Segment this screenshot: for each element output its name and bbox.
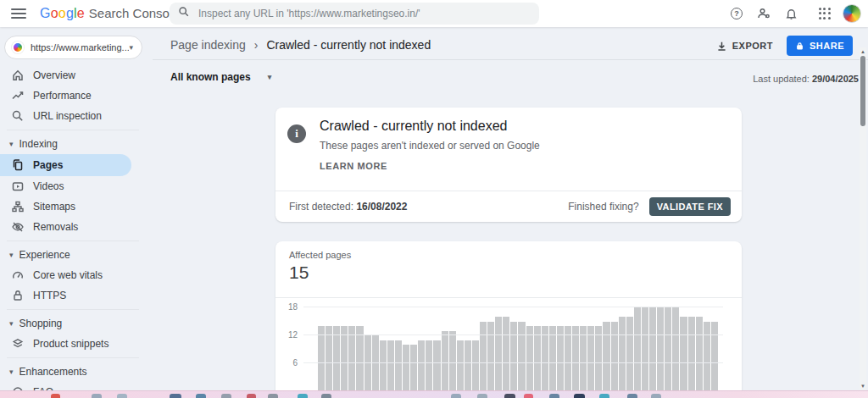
bar	[619, 317, 626, 391]
sidebar-item-https[interactable]: HTTPS	[0, 285, 153, 306]
sidebar-divider	[7, 130, 139, 130]
taskbar-icon-fragment[interactable]	[477, 394, 487, 398]
sidebar-section-shopping[interactable]: ▾ Shopping	[0, 313, 153, 334]
last-updated-date: 29/04/2025	[812, 74, 859, 84]
sidebar-section-experience[interactable]: ▾ Experience	[0, 245, 153, 265]
search-icon	[178, 6, 190, 21]
y-tick-label: 12	[275, 330, 298, 340]
taskbar-icon-fragment[interactable]	[221, 394, 231, 398]
sidebar-item-product-snippets[interactable]: Product snippets	[0, 334, 153, 354]
taskbar-icon-fragment[interactable]	[196, 394, 206, 398]
sidebar-divider	[7, 357, 139, 358]
taskbar-icon-fragment[interactable]	[117, 394, 127, 398]
issue-subtitle: These pages aren't indexed or served on …	[320, 140, 540, 152]
info-icon: i	[287, 124, 306, 143]
bar	[364, 335, 371, 391]
bar	[711, 322, 718, 392]
bar	[704, 322, 710, 392]
os-taskbar-sliver[interactable]	[0, 390, 868, 398]
notifications-bell-icon[interactable]	[783, 6, 798, 21]
property-selector[interactable]: https://www.marketing... ▾	[4, 36, 142, 59]
sidebar-section-indexing[interactable]: ▾ Indexing	[0, 134, 153, 154]
url-inspect-searchbar[interactable]	[170, 3, 539, 25]
taskbar-icon-fragment[interactable]	[247, 394, 256, 398]
scroll-up-icon[interactable]: ▲	[860, 48, 866, 55]
vertical-scrollbar[interactable]: ▲ ▼	[860, 47, 866, 390]
lock-icon	[11, 289, 25, 302]
share-button[interactable]: SHARE	[787, 36, 853, 56]
export-button[interactable]: EXPORT	[716, 41, 773, 52]
user-settings-icon[interactable]	[756, 6, 771, 21]
bar	[657, 307, 664, 391]
bar	[534, 326, 541, 391]
taskbar-icon-fragment[interactable]	[599, 394, 609, 398]
url-inspect-input[interactable]	[198, 8, 531, 19]
sidebar-section-enhancements[interactable]: ▾ Enhancements	[0, 362, 153, 382]
taskbar-icon-fragment[interactable]	[268, 394, 278, 398]
taskbar-icon-fragment[interactable]	[524, 394, 533, 398]
caret-down-icon: ▾	[268, 73, 272, 81]
bar	[634, 307, 641, 391]
header-actions: EXPORT SHARE	[716, 36, 853, 56]
bar	[557, 326, 564, 391]
sidebar-item-videos[interactable]: Videos	[0, 176, 153, 196]
breadcrumb-page-indexing[interactable]: Page indexing	[170, 38, 246, 52]
caret-down-icon: ▾	[9, 140, 14, 148]
sidebar-item-pages[interactable]: Pages	[0, 154, 131, 176]
taskbar-icon-fragment[interactable]	[549, 394, 559, 398]
bar	[626, 317, 633, 391]
hamburger-menu-icon[interactable]	[11, 8, 26, 19]
bar	[518, 322, 525, 392]
bar	[665, 307, 671, 391]
bar	[480, 322, 487, 392]
caret-down-icon: ▾	[9, 319, 14, 328]
sidebar-item-removals[interactable]: Removals	[0, 217, 153, 237]
bar	[348, 326, 355, 391]
sidebar-item-performance[interactable]: Performance	[0, 86, 153, 106]
taskbar-icon-fragment[interactable]	[51, 394, 60, 398]
scrollbar-thumb[interactable]	[860, 56, 865, 126]
chart-plot: 61218	[275, 292, 742, 391]
bar	[611, 322, 618, 392]
scroll-down-icon[interactable]: ▼	[860, 383, 866, 390]
taskbar-icon-fragment[interactable]	[321, 394, 331, 398]
taskbar-icon-fragment[interactable]	[651, 394, 661, 398]
account-avatar[interactable]	[843, 4, 861, 23]
taskbar-icon-fragment[interactable]	[451, 394, 461, 398]
bar	[326, 326, 332, 391]
taskbar-icon-fragment[interactable]	[92, 394, 102, 398]
y-tick-label: 6	[275, 358, 298, 368]
chevron-down-icon: ▾	[129, 43, 133, 52]
gridline	[303, 307, 723, 307]
bar	[587, 326, 594, 391]
sidebar-item-core-web-vitals[interactable]: Core web vitals	[0, 265, 153, 285]
bar	[649, 307, 656, 391]
help-icon[interactable]: ?	[729, 6, 744, 21]
bar	[465, 340, 471, 392]
bar	[680, 317, 687, 391]
issue-footer: First detected: 16/08/2022 Finished fixi…	[275, 191, 742, 222]
bar	[449, 331, 456, 392]
taskbar-icon-fragment[interactable]	[298, 394, 308, 398]
sidebar-item-overview[interactable]: Overview	[0, 65, 153, 86]
sidebar-item-sitemaps[interactable]: Sitemaps	[0, 196, 153, 217]
bar	[410, 345, 417, 391]
google-apps-grid-icon[interactable]	[819, 8, 831, 19]
bar	[403, 345, 409, 391]
learn-more-link[interactable]: LEARN MORE	[320, 161, 387, 171]
sidebar-item-url-inspection[interactable]: URL inspection	[0, 106, 153, 126]
taskbar-icon-fragment[interactable]	[574, 394, 585, 398]
bar	[426, 340, 432, 392]
bar	[510, 322, 517, 392]
sitemap-icon	[11, 200, 25, 213]
app-logo[interactable]: Google Search Console	[40, 6, 180, 21]
taskbar-icon-fragment[interactable]	[627, 394, 637, 398]
property-favicon-icon	[12, 41, 24, 53]
page-filter-dropdown[interactable]: All known pages ▾	[170, 71, 271, 83]
header-divider	[153, 59, 868, 60]
taskbar-icon-fragment[interactable]	[504, 394, 515, 398]
bar	[318, 326, 325, 391]
validate-fix-button[interactable]: VALIDATE FIX	[649, 197, 731, 216]
taskbar-icon-fragment[interactable]	[170, 394, 181, 398]
first-detected: First detected: 16/08/2022	[289, 201, 407, 213]
